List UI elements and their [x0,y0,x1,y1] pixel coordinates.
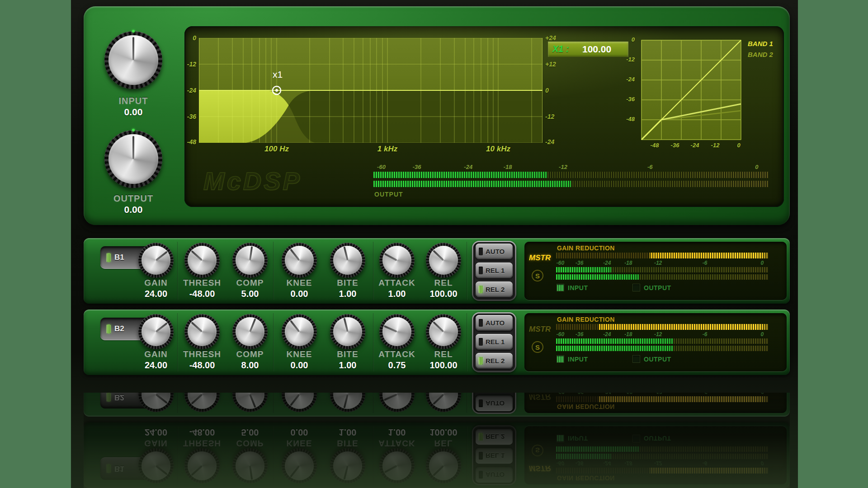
knob-face [285,317,314,346]
eq-right-tick: 0 [545,87,549,94]
refl-knob-pointer [344,466,349,480]
refl-knob-pointer [156,394,168,404]
b2-rel1-button[interactable]: REL 1 [476,334,513,350]
output-gain-knob[interactable] [104,130,162,188]
refl-knob-pointer [344,394,349,408]
b1-rel2-button[interactable]: REL 2 [476,282,513,297]
b1-knee-value: 0.00 [277,289,322,299]
b1-gain-label: GAIN [133,278,179,288]
refl-scale-tick: -60 [557,460,564,466]
refl-b1-bite-label: BITE [325,438,370,448]
b2-rel-value: 100.00 [421,360,466,371]
refl-scale-tick: -18 [624,393,632,395]
b2-comp-knob[interactable] [232,314,268,349]
scale-tick: -24 [603,331,611,338]
b2-rel2-button[interactable]: REL 2 [476,353,513,369]
crossover-readout-label: X1 : [552,44,569,54]
refl-b1-output-checkbox-label: OUTPUT [644,435,671,442]
b1-input-checkbox[interactable] [557,284,564,291]
b2-gain-reduction-title: GAIN REDUCTION [557,316,615,323]
b1-rel1-button[interactable]: REL 1 [476,263,513,278]
knob-face [382,246,411,275]
b2-auto-button[interactable]: AUTO [476,315,513,331]
refl-divider [177,393,178,413]
b2-attack-knob[interactable] [379,314,415,349]
b1-rel-knob[interactable] [426,243,461,278]
eq-right-tick: -24 [545,138,554,145]
b1-gain-knob[interactable] [138,243,174,278]
b1-auto-button[interactable]: AUTO [476,244,513,259]
refl-b1-output-checkbox [633,435,640,442]
b2-release-mode-group: AUTO REL 1 REL 2 [472,312,516,372]
refl-scale-tick: -12 [654,460,662,466]
refl-b1-comp-knob [232,448,268,483]
refl-scale-tick: -18 [624,460,632,466]
scale-tick: -12 [654,331,662,338]
scale-tick: -6 [703,331,708,338]
refl-knob-face [236,451,264,480]
b1-knee-knob[interactable] [282,243,317,278]
b2-knee-knob[interactable] [282,314,317,349]
input-gain-knob[interactable] [104,31,162,89]
refl-knob-face [382,393,411,409]
refl-band-button-label: B2 [114,393,124,402]
eq-left-tick: -24 [187,87,196,94]
refl-knob-face [429,451,458,480]
refl-scale-tick: -12 [654,393,662,395]
divider [273,242,274,300]
scale-tick: -6 [647,164,653,170]
refl-b2-comp-knob [232,393,268,412]
b1-bite-knob[interactable] [330,243,365,278]
scale-tick: -36 [576,331,583,338]
b1-output-checkbox-label: OUTPUT [644,284,671,291]
b2-gain-label: GAIN [133,349,179,359]
crossover-readout[interactable]: X1 : 100.00 [548,42,628,57]
b2-thresh-knob[interactable] [184,314,220,349]
b1-output-checkbox[interactable] [633,284,640,291]
b1-attack-value: 1.00 [374,289,420,299]
b1-attack-knob[interactable] [379,243,415,278]
rel1-label: REL 1 [486,338,505,346]
refl-knob-pointer [191,394,203,405]
output-meter-label: OUTPUT [374,191,403,198]
b2-output-checkbox[interactable] [633,356,640,362]
refl-b1-auto-button: AUTO [476,467,513,483]
b1-rel-value: 100.00 [421,289,466,299]
refl-band-2-row: B2 GAIN THRESH COMP KNEE BITE ATTACK REL… [84,393,790,417]
refl-knob-face [188,393,217,409]
refl-divider [373,393,374,413]
b1-comp-knob[interactable] [232,243,268,278]
b2-bite-knob[interactable] [330,314,365,349]
rel2-led [479,286,483,293]
output-knob-value: 0.00 [97,204,170,215]
b1-rel-label: REL [421,278,466,288]
refl-band-enable-led [107,464,111,473]
crossover-eq-plot[interactable]: x1 [199,38,542,143]
display-screen: x1 0 -12 -24 -36 -48 +24 +12 0 -12 -24 1… [184,26,784,207]
b2-solo-button[interactable]: S [532,341,543,353]
refl-b1-meter-scale: -60 -36 -24 -18 -12 -6 0 [556,460,769,466]
scale-tick: 0 [761,331,764,338]
b2-rel-knob[interactable] [426,314,461,349]
refl-b1-rel-value: 100.00 [421,427,466,437]
refl-knob-face [333,451,362,480]
refl-b2-thresh-knob [184,393,220,412]
b1-solo-button[interactable]: S [532,270,543,282]
scale-tick: -18 [624,260,632,266]
divider [273,313,274,371]
refl-rel1-label: REL 1 [486,452,505,460]
b1-thresh-label: THRESH [179,278,225,288]
b1-bite-value: 1.00 [325,289,370,299]
b2-input-meter-left [556,338,769,344]
refl-knob-pointer [290,394,300,406]
refl-scale-tick: 0 [761,460,764,466]
b2-gain-knob[interactable] [138,314,174,349]
refl-rel1-led [479,452,483,460]
b1-thresh-knob[interactable] [184,243,220,278]
refl-b1-meter-panel: MSTR S GAIN REDUCTION -60 -36 -24 -18 -1… [524,426,787,484]
b2-input-checkbox[interactable] [557,356,564,362]
tf-y-tick: -12 [626,56,635,63]
legend-band-1: BAND 1 [748,40,773,47]
bands-reflection: B1 GAIN THRESH COMP KNEE BITE ATTACK REL… [84,393,790,488]
band-1-row: B1 GAIN THRESH COMP KNEE BITE ATTACK REL… [84,238,790,304]
